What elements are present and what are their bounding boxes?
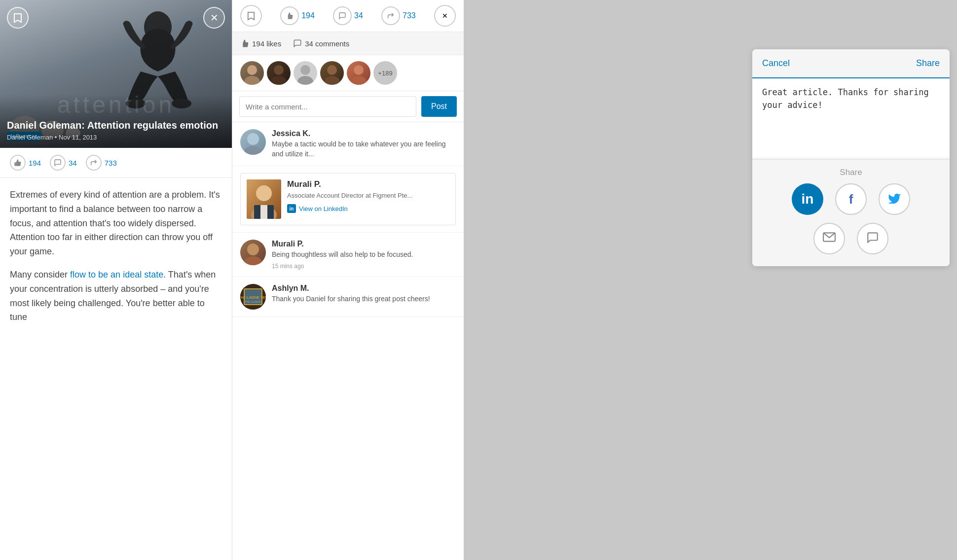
toolbar-comments-count: 34: [354, 11, 363, 20]
shares-stat[interactable]: 733: [86, 155, 117, 171]
comment-ashlyn: THE LADDIE TEN THE CLASSIC Ashlyn M. Tha…: [232, 277, 464, 317]
toolbar-comment-icon: [333, 6, 352, 25]
share-section-label: Share: [752, 160, 950, 183]
article-hero: attention ✕ Influencer Daniel Goleman: A…: [0, 0, 232, 148]
toolbar-close-icon: ✕: [442, 12, 448, 20]
share-cancel-button[interactable]: Cancel: [762, 58, 790, 69]
comments-count: 34: [69, 159, 77, 167]
toolbar-bookmark-icon: [247, 11, 255, 20]
share-email-button[interactable]: [813, 223, 845, 254]
article-close-button[interactable]: ✕: [203, 7, 225, 29]
comment-input-row: Post: [232, 91, 464, 122]
article-panel: attention ✕ Influencer Daniel Goleman: A…: [0, 0, 232, 560]
svg-point-7: [271, 76, 287, 85]
view-linkedin-button[interactable]: in View on LinkedIn: [287, 204, 449, 213]
likes-icon: [10, 155, 26, 171]
comments-stat[interactable]: 34: [50, 155, 77, 171]
likers-row: +189: [232, 55, 464, 91]
share-card-header: Cancel Share: [752, 49, 950, 78]
svg-point-10: [327, 65, 337, 75]
share-message-button[interactable]: [857, 223, 888, 254]
hero-overlay: Daniel Goleman: Attention regulates emot…: [0, 94, 232, 148]
jessica-author: Jessica K.: [272, 129, 456, 138]
article-bookmark-button[interactable]: [7, 7, 29, 29]
comment-input[interactable]: [239, 96, 416, 117]
toolbar-close-button[interactable]: ✕: [434, 5, 456, 27]
article-stats: 194 34 733: [10, 155, 222, 171]
email-icon: [823, 232, 836, 245]
murali-comment-time: 15 mins ago: [272, 263, 456, 270]
svg-point-11: [324, 76, 340, 85]
murali-profile-title: Associate Account Director at Figment Pt…: [287, 191, 449, 200]
murali-profile-card-item: Murali P. Associate Account Director at …: [232, 166, 464, 233]
svg-point-14: [247, 133, 259, 145]
share-message-input[interactable]: Great article. Thanks for sharing your a…: [752, 78, 950, 157]
svg-point-6: [274, 65, 284, 75]
murali-profile-card: Murali P. Associate Account Director at …: [240, 173, 456, 225]
svg-point-9: [297, 76, 313, 85]
comments-header: 194 likes 34 comments: [232, 32, 464, 55]
comments-toolbar: 194 34 733 ✕: [232, 0, 464, 32]
liker-avatar-1[interactable]: [240, 61, 264, 85]
close-icon: ✕: [210, 12, 219, 24]
toolbar-likes-count: 194: [301, 11, 315, 20]
svg-rect-24: [260, 205, 267, 219]
liker-avatar-5[interactable]: [347, 61, 370, 85]
share-twitter-button[interactable]: [879, 183, 910, 215]
more-likers-badge[interactable]: +189: [373, 61, 397, 85]
twitter-icon: [887, 192, 901, 207]
linkedin-label: View on LinkedIn: [299, 205, 348, 212]
flow-link[interactable]: flow to be an ideal state: [70, 270, 163, 280]
comment-jessica: Jessica K. Maybe a tactic would be to ta…: [232, 122, 464, 166]
comments-icon: [50, 155, 66, 171]
ashlyn-avatar: THE LADDIE TEN THE CLASSIC: [240, 284, 266, 310]
share-linkedin-button[interactable]: in: [792, 183, 823, 215]
linkedin-share-icon: in: [802, 191, 814, 207]
total-comments-stat: 34 comments: [293, 39, 349, 48]
svg-point-13: [351, 76, 367, 85]
post-comment-button[interactable]: Post: [421, 96, 457, 117]
total-likes-stat: 194 likes: [240, 39, 281, 48]
toolbar-bookmark-button[interactable]: [240, 5, 262, 27]
svg-text:THE LADDIE TEN: THE LADDIE TEN: [240, 296, 266, 299]
svg-point-21: [256, 185, 272, 201]
comments-panel: 194 34 733 ✕: [232, 0, 464, 560]
liker-avatar-2[interactable]: [267, 61, 291, 85]
shares-count: 733: [105, 159, 117, 167]
header-like-icon: [240, 39, 249, 48]
comments-list: Jessica K. Maybe a tactic would be to ta…: [232, 122, 464, 560]
total-comments-label: 34 comments: [305, 39, 349, 48]
ashlyn-comment-body: Ashlyn M. Thank you Daniel for sharing t…: [272, 284, 456, 310]
murali-author: Murali P.: [272, 240, 456, 248]
svg-point-12: [354, 65, 364, 75]
svg-point-1: [152, 15, 164, 23]
linkedin-icon: in: [287, 204, 296, 213]
share-icons-row-1: in f: [792, 183, 910, 215]
background-spacer: [464, 0, 745, 560]
svg-point-26: [244, 256, 262, 265]
bookmark-icon: [13, 13, 22, 23]
likes-count: 194: [29, 159, 41, 167]
toolbar-comments-stat[interactable]: 34: [333, 6, 363, 25]
article-body-p2: Many consider flow to be an ideal state.…: [10, 268, 222, 324]
murali-profile-name: Murali P.: [287, 179, 449, 189]
toolbar-shares-stat[interactable]: 733: [381, 6, 416, 25]
message-icon: [866, 231, 879, 246]
liker-avatar-4[interactable]: [320, 61, 344, 85]
toolbar-share-icon: [381, 6, 400, 25]
share-submit-button[interactable]: Share: [916, 58, 940, 69]
liker-avatar-3[interactable]: [294, 61, 317, 85]
toolbar-likes-stat[interactable]: 194: [280, 6, 315, 25]
murali-comment-body: Murali P. Being thoughtless will also he…: [272, 240, 456, 270]
murali-profile-info: Murali P. Associate Account Director at …: [287, 179, 449, 213]
murali-avatar: [240, 240, 266, 265]
likes-stat[interactable]: 194: [10, 155, 41, 171]
share-facebook-button[interactable]: f: [835, 183, 867, 215]
article-stats-bar: 194 34 733: [0, 148, 232, 178]
ashlyn-comment-text: Thank you Daniel for sharing this great …: [272, 294, 456, 304]
total-likes-label: 194 likes: [252, 39, 281, 48]
share-icons-grid: in f: [752, 183, 950, 266]
facebook-icon: f: [849, 192, 853, 207]
header-comment-icon: [293, 39, 302, 48]
toolbar-like-icon: [280, 6, 299, 25]
